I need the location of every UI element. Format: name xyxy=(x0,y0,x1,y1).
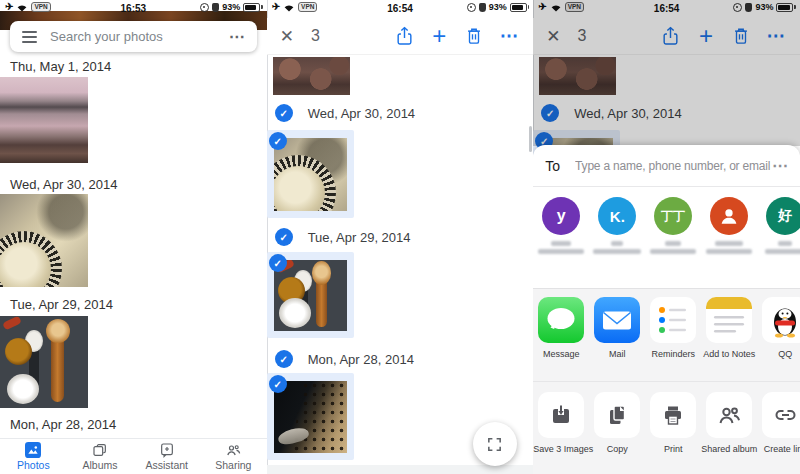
tab-label: Photos xyxy=(17,459,50,471)
photo-thumbnail-camera-dial[interactable] xyxy=(0,194,88,287)
copy-icon[interactable] xyxy=(594,392,640,438)
battery-icon xyxy=(510,3,527,12)
date-header: Wed, Apr 30, 2014 xyxy=(308,106,415,121)
screen-share-sheet: ✈ VPN 16:54 93% ✕ 3 + xyxy=(533,0,800,474)
tab-sharing[interactable]: Sharing xyxy=(200,439,267,474)
contact-suggestion[interactable]: 丁丁 xyxy=(645,197,701,254)
close-selection-icon[interactable]: ✕ xyxy=(280,26,294,47)
photo-thumbnail-partial[interactable] xyxy=(273,57,350,95)
photo-thumbnail-mountain-lake[interactable] xyxy=(0,77,88,163)
rotation-lock-icon xyxy=(467,3,476,12)
share-target-label: Reminders xyxy=(645,349,701,359)
date-header: Mon, Apr 28, 2014 xyxy=(10,417,116,432)
selected-photo-tile[interactable]: ✓ xyxy=(267,252,354,338)
share-target-reminders[interactable]: Reminders xyxy=(645,297,701,359)
contact-detail-redacted xyxy=(538,249,584,254)
action-save-images[interactable]: Save 3 Images xyxy=(533,392,589,454)
recipient-more-icon[interactable]: ⋯ xyxy=(772,161,788,171)
screenshot-triptych: ✈ VPN 16:53 93% Search your photos ⋯ Thu… xyxy=(0,0,800,474)
bottom-navigation: Photos Albums Assistant Sharing xyxy=(0,438,267,474)
share-target-label: Add to Notes xyxy=(701,349,757,359)
contact-suggestion[interactable]: y xyxy=(533,197,589,254)
tab-photos[interactable]: Photos xyxy=(0,439,67,474)
modal-dim-overlay[interactable] xyxy=(533,0,800,146)
tab-assistant[interactable]: Assistant xyxy=(133,439,200,474)
date-header: Thu, May 1, 2014 xyxy=(10,59,111,74)
scrollbar[interactable] xyxy=(529,126,532,152)
avatar[interactable]: 丁丁 xyxy=(654,197,692,235)
contact-name-redacted xyxy=(551,241,571,246)
date-header: Tue, Apr 29, 2014 xyxy=(308,230,411,245)
avatar[interactable]: y xyxy=(542,197,580,235)
share-target-mail[interactable]: Mail xyxy=(589,297,645,359)
share-target-message[interactable]: Message xyxy=(533,297,589,359)
print-icon[interactable] xyxy=(650,392,696,438)
search-bar[interactable]: Search your photos ⋯ xyxy=(10,21,257,52)
date-select-row[interactable]: ✓ Mon, Apr 28, 2014 xyxy=(275,349,414,369)
contact-detail-redacted xyxy=(593,249,641,254)
tab-label: Sharing xyxy=(215,459,251,471)
share-target-label: QQ xyxy=(757,349,800,359)
share-target-qq[interactable]: QQ xyxy=(757,297,800,359)
sharing-icon xyxy=(225,442,242,458)
share-icon[interactable] xyxy=(393,24,415,48)
selected-photo-tile[interactable]: ✓ xyxy=(267,373,354,460)
menu-icon[interactable] xyxy=(22,31,37,43)
share-target-label: Mail xyxy=(589,349,645,359)
avatar[interactable] xyxy=(710,197,748,235)
avatar[interactable]: 好 xyxy=(766,197,800,235)
photo-thumbnail-spoons[interactable] xyxy=(0,316,88,408)
date-header: Tue, Apr 29, 2014 xyxy=(10,297,113,312)
messages-app-icon[interactable] xyxy=(538,297,584,343)
selection-count: 3 xyxy=(311,27,320,45)
save-images-icon[interactable] xyxy=(538,392,584,438)
recipient-field[interactable]: To Type a name, phone number, or email ⋯ xyxy=(533,145,800,187)
checked-circle-icon[interactable]: ✓ xyxy=(275,104,293,122)
selection-toolbar: ✕ 3 + ⋯ xyxy=(267,18,534,55)
contact-suggestion[interactable] xyxy=(701,197,757,254)
action-create-link[interactable]: Create link xyxy=(757,392,800,454)
contact-suggestion[interactable]: K. xyxy=(589,197,645,254)
checked-circle-icon[interactable]: ✓ xyxy=(275,228,293,246)
date-select-row[interactable]: ✓ Wed, Apr 30, 2014 xyxy=(275,103,415,123)
recipient-placeholder: Type a name, phone number, or email xyxy=(575,159,772,173)
contact-suggestion[interactable]: 好 xyxy=(757,197,800,254)
date-select-row[interactable]: ✓ Tue, Apr 29, 2014 xyxy=(275,227,411,247)
contact-detail-redacted xyxy=(650,249,696,254)
action-shared-album[interactable]: Shared album xyxy=(701,392,757,454)
avatar[interactable]: K. xyxy=(598,197,636,235)
checked-circle-icon[interactable]: ✓ xyxy=(275,350,293,368)
reminders-app-icon[interactable] xyxy=(650,297,696,343)
shared-album-icon[interactable] xyxy=(706,392,752,438)
photo-thumbnail-camera-dial[interactable] xyxy=(274,138,347,211)
mail-app-icon[interactable] xyxy=(594,297,640,343)
action-print[interactable]: Print xyxy=(645,392,701,454)
add-to-icon[interactable]: + xyxy=(428,24,450,48)
date-header: Wed, Apr 30, 2014 xyxy=(10,177,117,192)
expand-icon xyxy=(486,436,503,453)
checked-circle-icon[interactable]: ✓ xyxy=(269,375,287,393)
photo-thumbnail-spoons[interactable] xyxy=(274,260,347,331)
expand-selection-button[interactable] xyxy=(473,422,517,466)
checked-circle-icon[interactable]: ✓ xyxy=(269,254,287,272)
notes-app-icon[interactable] xyxy=(706,297,752,343)
photo-thumbnail-leopard[interactable] xyxy=(274,381,347,453)
checked-circle-icon[interactable]: ✓ xyxy=(269,132,287,150)
action-copy[interactable]: Copy xyxy=(589,392,645,454)
selected-photo-tile[interactable]: ✓ xyxy=(267,130,354,218)
rotation-lock-icon xyxy=(200,3,209,12)
assistant-icon xyxy=(159,442,175,458)
avatar-initial: 丁丁 xyxy=(661,208,685,225)
share-target-notes[interactable]: Add to Notes xyxy=(701,297,757,359)
delete-icon[interactable] xyxy=(463,24,485,48)
tab-label: Albums xyxy=(83,459,118,471)
create-link-icon[interactable] xyxy=(762,392,800,438)
overflow-menu-icon[interactable]: ⋯ xyxy=(498,24,520,48)
next-row-peek xyxy=(267,465,534,474)
tab-albums[interactable]: Albums xyxy=(67,439,134,474)
qq-app-icon[interactable] xyxy=(762,297,800,343)
search-placeholder: Search your photos xyxy=(50,29,229,44)
action-label: Save 3 Images xyxy=(533,444,589,454)
more-options-icon[interactable]: ⋯ xyxy=(229,32,245,42)
screen-photos-library: ✈ VPN 16:53 93% Search your photos ⋯ Thu… xyxy=(0,0,267,474)
